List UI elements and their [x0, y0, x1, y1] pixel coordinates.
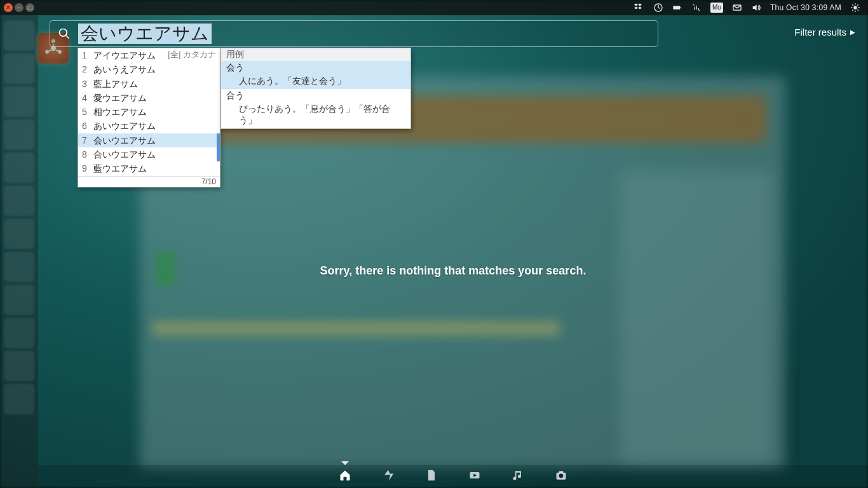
- ime-candidate-text: 合いウエアサム: [93, 148, 216, 161]
- lens-bar: [38, 465, 868, 488]
- ime-candidate[interactable]: 8合いウエアサム: [78, 147, 220, 161]
- launcher-impress[interactable]: [4, 152, 34, 183]
- clock[interactable]: Thu Oct 30 3:09 AM: [770, 3, 841, 12]
- lens-video[interactable]: [468, 469, 481, 484]
- launcher-calc[interactable]: [4, 119, 34, 150]
- ime-candidate-text: あいうえアサム: [93, 63, 216, 76]
- svg-point-9: [60, 29, 67, 37]
- network-icon[interactable]: [691, 3, 702, 13]
- ime-candidate-text: 藍ウエアサム: [93, 162, 216, 175]
- ime-example-word[interactable]: 合う: [221, 89, 410, 103]
- ime-candidate-number: 2: [82, 63, 93, 76]
- ime-candidate[interactable]: 2あいうえアサム: [78, 62, 220, 76]
- sound-icon[interactable]: [751, 3, 761, 13]
- ime-candidate[interactable]: 6あいウエアサム: [78, 119, 220, 133]
- launcher-settings[interactable]: [4, 186, 34, 216]
- session-icon[interactable]: [850, 3, 860, 13]
- ime-candidate[interactable]: 1アイウエアサム[全] カタカナ: [78, 48, 220, 62]
- ime-candidate-number: 4: [82, 92, 93, 104]
- ime-candidate-number: 1: [82, 49, 93, 62]
- messages-icon[interactable]: [732, 3, 742, 13]
- lens-home[interactable]: [339, 469, 351, 484]
- launcher: [0, 15, 38, 488]
- window-controls: ✕ – ▢: [0, 3, 38, 12]
- no-results-message: Sorry, there is nothing that matches you…: [320, 264, 587, 278]
- launcher-terminal[interactable]: [4, 285, 34, 315]
- top-panel: ✕ – ▢ Mo Thu Oct 30 3:09 AM: [0, 0, 868, 15]
- ime-scroll-thumb[interactable]: [217, 147, 220, 161]
- ime-candidate-number: 8: [82, 148, 93, 161]
- svg-rect-1: [673, 6, 680, 9]
- window-maximize-button[interactable]: ▢: [25, 3, 34, 12]
- ime-example-word[interactable]: 会う: [221, 61, 410, 75]
- ime-candidate-text: アイウエアサム: [93, 49, 168, 62]
- indicator-area: Mo Thu Oct 30 3:09 AM: [634, 3, 868, 13]
- ime-candidate-text: 藍上アサム: [93, 78, 216, 90]
- chevron-right-icon: ▶: [850, 29, 855, 36]
- filter-results-button[interactable]: Filter results ▶: [794, 27, 855, 37]
- lens-files[interactable]: [425, 469, 438, 484]
- ime-candidate-number: 5: [82, 105, 93, 118]
- svg-rect-2: [681, 7, 681, 9]
- ime-example-sentence: ぴったりあう。「息が合う」「答が合う」: [221, 103, 410, 128]
- ime-candidate-text: 会いウエアサム: [93, 134, 216, 147]
- svg-rect-13: [559, 471, 564, 473]
- ime-example-header: 用例: [221, 48, 410, 61]
- keyboard-indicator[interactable]: Mo: [710, 3, 723, 13]
- ime-candidate-text: 愛ウエアサム: [93, 92, 216, 104]
- launcher-files[interactable]: [4, 20, 34, 51]
- lens-photos[interactable]: [555, 469, 567, 484]
- ime-page-indicator: 7/10: [78, 176, 220, 187]
- window-minimize-button[interactable]: –: [15, 3, 24, 12]
- ime-candidate[interactable]: 5相ウエアサム: [78, 105, 220, 119]
- dropbox-icon[interactable]: [634, 3, 644, 13]
- search-input-text[interactable]: 会いウエアサム: [78, 24, 212, 44]
- search-icon: [50, 27, 78, 40]
- ime-candidate-panel: 1アイウエアサム[全] カタカナ2あいうえアサム3藍上アサム4愛ウエアサム5相ウ…: [78, 48, 220, 187]
- svg-point-12: [559, 474, 564, 478]
- launcher-writer[interactable]: [4, 86, 34, 117]
- ime-candidate-number: 6: [82, 119, 93, 132]
- ime-candidate-number: 9: [82, 162, 93, 175]
- launcher-software[interactable]: [4, 318, 34, 348]
- launcher-trash[interactable]: [4, 351, 34, 381]
- ime-example-panel: 用例 会う人にあう。「友達と会う」合うぴったりあう。「息が合う」「答が合う」: [220, 48, 411, 129]
- window-close-button[interactable]: ✕: [4, 3, 13, 12]
- ime-mode-hint: [全] カタカナ: [168, 49, 216, 62]
- ime-candidate[interactable]: 3藍上アサム: [78, 77, 220, 91]
- ime-candidate[interactable]: 7会いウエアサム: [78, 133, 220, 147]
- lens-applications[interactable]: [382, 469, 395, 484]
- ime-scroll-thumb[interactable]: [217, 133, 220, 147]
- dash-search[interactable]: 会いウエアサム: [50, 20, 658, 47]
- filter-label: Filter results: [794, 27, 846, 37]
- launcher-dev[interactable]: [4, 384, 34, 414]
- ime-candidate-text: あいウエアサム: [93, 119, 216, 132]
- launcher-web[interactable]: [4, 53, 34, 84]
- sync-icon[interactable]: [653, 3, 663, 13]
- ime-candidate-number: 7: [82, 134, 93, 147]
- ime-candidate[interactable]: 4愛ウエアサム: [78, 91, 220, 105]
- ime-candidate[interactable]: 9藍ウエアサム: [78, 161, 220, 175]
- launcher-security[interactable]: [4, 219, 34, 249]
- svg-point-4: [853, 6, 857, 9]
- battery-icon[interactable]: [672, 3, 682, 13]
- ime-candidate-number: 3: [82, 78, 93, 90]
- lens-music[interactable]: [512, 469, 524, 484]
- ime-candidate-text: 相ウエアサム: [93, 105, 216, 118]
- launcher-firefox[interactable]: [4, 252, 34, 282]
- ime-example-sentence: 人にあう。「友達と会う」: [221, 75, 410, 89]
